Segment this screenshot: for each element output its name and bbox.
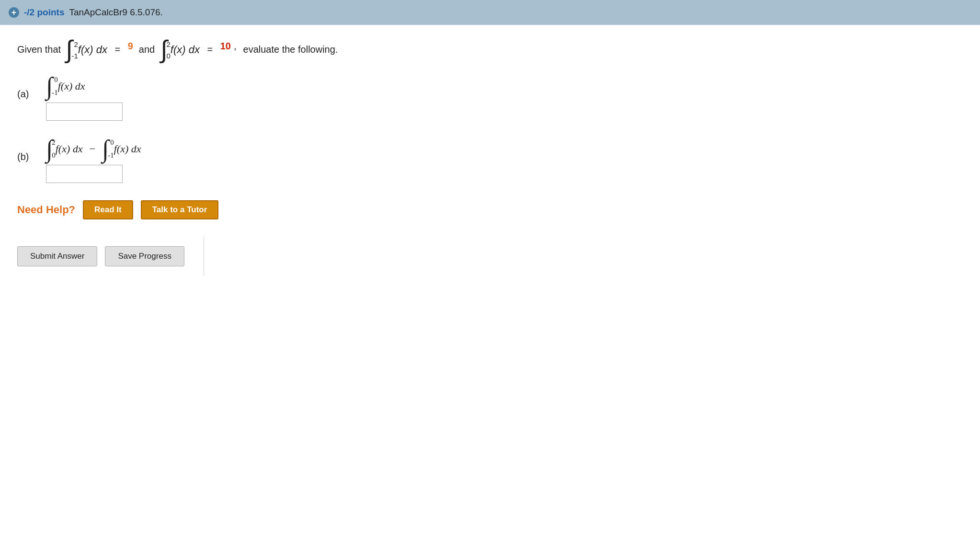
points-label: -/2 points [24,7,64,18]
integral2-value: 10 [220,38,231,54]
integral2-limits: 2 0 [166,39,170,60]
submit-answer-button[interactable]: Submit Answer [17,246,97,266]
part-a: (a) ∫ 0 -1 f(x) dx [17,75,963,121]
part-b-int1-expr: f(x) dx [56,143,83,155]
part-a-lower: -1 [52,89,58,97]
integral1-lower: -1 [71,50,78,62]
problem-statement: Given that ∫ 2 -1 f(x) dx = 9 and ∫ 2 0 … [17,38,963,61]
bottom-section: Submit Answer Save Progress [17,237,963,276]
part-a-expr: f(x) dx [58,80,85,92]
part-a-content: ∫ 0 -1 f(x) dx [46,75,123,121]
integral1-upper: 2 [74,39,78,50]
part-a-limits: 0 -1 [52,76,58,97]
bottom-right [204,237,963,275]
read-it-button[interactable]: Read It [83,200,133,219]
integral1-limits: 2 -1 [71,39,78,60]
part-b-int2-upper: 0 [110,138,114,147]
part-b-int2-container: ∫ 0 -1 f(x) dx [102,138,141,160]
integral2-container: ∫ 2 0 f(x) dx [160,38,200,61]
need-help-label: Need Help? [17,204,75,216]
integral1-equals: = [112,42,123,57]
part-b-int1-lower: 0 [52,151,56,160]
plus-icon: + [9,7,19,18]
main-content: Given that ∫ 2 -1 f(x) dx = 9 and ∫ 2 0 … [0,25,980,293]
bottom-actions: Submit Answer Save Progress [17,246,184,266]
given-text: Given that [17,42,61,57]
part-b-label: (b) [17,151,36,162]
part-a-upper: 0 [54,76,58,84]
part-a-label: (a) [17,89,36,100]
bottom-left: Submit Answer Save Progress [17,237,204,276]
part-b-input[interactable] [46,165,123,183]
minus-operator: − [90,143,95,155]
evaluate-text: evaluate the following. [243,42,338,57]
integral2-equals: = [205,42,216,57]
part-b-int1-limits: 2 0 [52,138,56,160]
integral2-expr: f(x) dx [171,41,200,58]
integral2-upper: 2 [166,39,170,50]
part-b-integral: ∫ 2 0 f(x) dx − ∫ 0 -1 f(x) dx [46,138,141,160]
save-progress-button[interactable]: Save Progress [105,246,184,266]
problem-code: TanApCalcBr9 6.5.076. [69,7,162,18]
part-b-int2-lower: -1 [108,151,114,160]
part-b-int2-expr: f(x) dx [114,143,141,155]
integral1-container: ∫ 2 -1 f(x) dx [66,38,107,61]
part-a-int-container: ∫ 0 -1 f(x) dx [46,75,85,98]
integral1-value: 9 [128,38,133,54]
comma: , [234,38,237,54]
part-a-integral: ∫ 0 -1 f(x) dx [46,75,123,98]
talk-to-tutor-button[interactable]: Talk to a Tutor [141,200,219,219]
integral1-expr: f(x) dx [78,41,107,58]
part-b: (b) ∫ 2 0 f(x) dx − ∫ 0 -1 [17,138,963,183]
part-b-content: ∫ 2 0 f(x) dx − ∫ 0 -1 f(x) dx [46,138,141,183]
integral2-lower: 0 [166,50,170,62]
part-b-int1-upper: 2 [52,138,56,147]
need-help-section: Need Help? Read It Talk to a Tutor [17,200,963,219]
part-b-int1-container: ∫ 2 0 f(x) dx [46,138,83,160]
and-text: and [139,42,155,57]
part-a-input[interactable] [46,103,123,121]
header-bar: + -/2 points TanApCalcBr9 6.5.076. [0,0,980,25]
part-b-int2-limits: 0 -1 [108,138,114,160]
